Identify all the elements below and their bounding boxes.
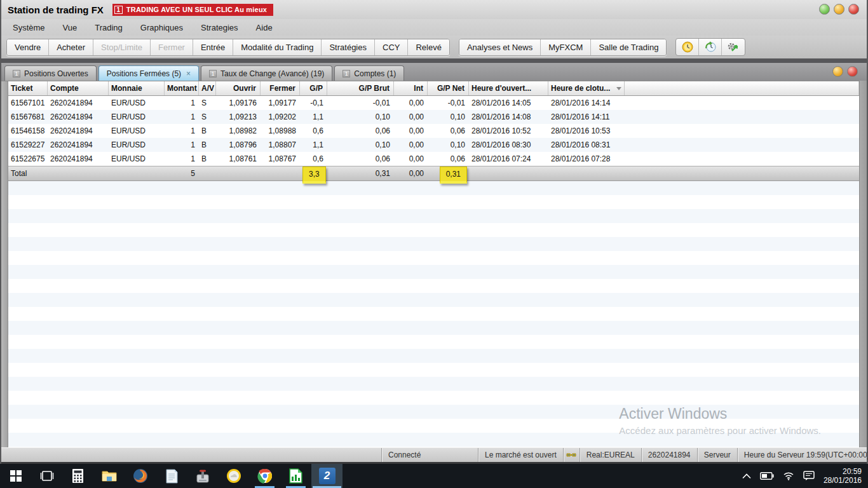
table-row[interactable]: 61567681 2620241894 EUR/USD 1 S 1,09213 … xyxy=(8,110,859,124)
panel-close-button[interactable] xyxy=(847,66,858,77)
col-int[interactable]: Int xyxy=(394,81,428,95)
start-button[interactable] xyxy=(0,464,31,488)
history-clock-icon[interactable] xyxy=(699,39,722,55)
panel-minimize-button[interactable] xyxy=(832,66,843,77)
lever-app-button[interactable] xyxy=(187,464,218,488)
server-label: Serveur xyxy=(697,448,737,462)
tab-label: Taux de Change (Avancé) (19) xyxy=(220,69,324,78)
menu-graphiques[interactable]: Graphiques xyxy=(132,20,192,35)
ccy-button[interactable]: CCY xyxy=(375,39,408,55)
notepad-icon xyxy=(165,469,178,484)
connection-status: Connecté xyxy=(381,448,478,462)
system-tray: 20:59 28/01/2016 xyxy=(742,464,868,488)
libreoffice-calc-icon xyxy=(289,468,302,484)
panel-controls xyxy=(832,66,858,77)
tray-chevron-up-icon[interactable] xyxy=(742,473,751,479)
col-monnaie[interactable]: Monnaie xyxy=(109,81,165,95)
server-time: Heure du Serveur 19:59(UTC+00:00) xyxy=(737,448,868,462)
firefox-button[interactable] xyxy=(125,464,156,488)
vendre-button[interactable]: Vendre xyxy=(7,39,49,55)
col-gp[interactable]: G/P xyxy=(300,81,327,95)
closed-positions-panel: Ticket Compte Monnaie Montant A/V Ouvrir… xyxy=(1,81,859,447)
col-gp-brut[interactable]: G/P Brut xyxy=(327,81,394,95)
tab-badge: 1 xyxy=(209,70,217,78)
table-row[interactable]: 61529227 2620241894 EUR/USD 1 B 1,08796 … xyxy=(8,138,859,152)
lever-app-icon xyxy=(196,469,210,484)
tab-positions-ouvertes[interactable]: 1 Positions Ouvertes xyxy=(4,65,97,81)
one-click-trading-banner[interactable]: 1 TRADING AVEC UN SEUL CLIC Au mieux xyxy=(112,4,273,16)
tab-comptes[interactable]: 1 Comptes (1) xyxy=(334,65,404,81)
menu-aide[interactable]: Aide xyxy=(247,20,281,35)
row-gutter xyxy=(1,81,8,447)
tab-bar: 1 Positions Ouvertes Positions Fermées (… xyxy=(1,63,867,81)
file-explorer-button[interactable] xyxy=(93,464,125,488)
clock-tools-group xyxy=(675,38,745,56)
window-maximize-button[interactable] xyxy=(819,4,830,15)
libreoffice-calc-button[interactable] xyxy=(280,464,311,488)
releve-button[interactable]: Relevé xyxy=(408,39,449,55)
calculator-button[interactable] xyxy=(62,464,93,488)
fxcm-trading-station-icon: 2 xyxy=(319,468,336,484)
menu-trading[interactable]: Trading xyxy=(86,20,132,35)
content-area: Ticket Compte Monnaie Montant A/V Ouvrir… xyxy=(1,81,867,447)
menu-strategies[interactable]: Strategies xyxy=(192,20,247,35)
notepad-button[interactable] xyxy=(156,464,187,488)
total-gp-highlight: 3,3 xyxy=(302,166,326,184)
chrome-icon xyxy=(257,468,273,484)
tab-close-icon[interactable]: × xyxy=(186,69,191,78)
modalite-trading-button[interactable]: Modalité du Trading xyxy=(233,39,322,55)
col-gp-net[interactable]: G/P Net xyxy=(428,81,469,95)
entree-button[interactable]: Entrée xyxy=(193,39,233,55)
col-montant[interactable]: Montant xyxy=(165,81,199,95)
menu-vue[interactable]: Vue xyxy=(54,20,86,35)
chrome-button[interactable] xyxy=(249,464,280,488)
tab-positions-fermees[interactable]: Positions Fermées (5) × xyxy=(98,65,199,81)
menu-systeme[interactable]: Système xyxy=(4,20,54,35)
gear-chart-icon[interactable] xyxy=(722,39,745,55)
battery-icon[interactable] xyxy=(760,472,774,480)
right-scroll-frame[interactable] xyxy=(859,81,867,447)
analyses-news-button[interactable]: Analyses et News xyxy=(459,39,541,55)
account-type: Real:EUREAL xyxy=(580,448,641,462)
window-title: Station de trading FX xyxy=(8,4,104,15)
status-bar: Connecté Le marché est ouvert Real:EUREA… xyxy=(1,447,867,462)
col-ticket[interactable]: Ticket xyxy=(8,81,48,95)
toolbar: Vendre Acheter Stop/Limite Fermer Entrée… xyxy=(1,36,867,58)
myfxcm-button[interactable]: MyFXCM xyxy=(541,39,591,55)
yellow-badge-app-button[interactable] xyxy=(218,464,249,488)
tab-taux-de-change[interactable]: 1 Taux de Change (Avancé) (19) xyxy=(201,65,332,81)
total-gp-net-highlight: 0,31 xyxy=(440,166,467,184)
window-minimize-button[interactable] xyxy=(834,4,844,15)
col-heure-cloture[interactable]: Heure de clotu... xyxy=(548,81,625,95)
window-close-button[interactable] xyxy=(848,4,859,15)
trade-button-group: Vendre Acheter Stop/Limite Fermer Entrée… xyxy=(6,39,450,56)
wifi-icon[interactable] xyxy=(783,471,794,480)
task-view-button[interactable] xyxy=(31,464,62,488)
col-ouvrir[interactable]: Ouvrir xyxy=(216,81,261,95)
menu-bar: Système Vue Trading Graphiques Strategie… xyxy=(1,19,867,36)
action-center-icon[interactable] xyxy=(803,471,815,481)
strategies-button[interactable]: Stratégies xyxy=(322,39,375,55)
market-status: Le marché est ouvert xyxy=(478,448,563,462)
banner-text: TRADING AVEC UN SEUL CLIC Au mieux xyxy=(126,6,267,13)
col-compte[interactable]: Compte xyxy=(48,81,109,95)
tab-label: Positions Fermées (5) xyxy=(107,69,181,78)
col-heure-ouverture[interactable]: Heure d'ouvert... xyxy=(469,81,548,95)
yellow-badge-app-icon xyxy=(226,468,241,484)
fxcm-trading-station-button[interactable]: 2 xyxy=(311,464,342,488)
alarm-clock-icon[interactable] xyxy=(676,39,699,55)
acheter-button[interactable]: Acheter xyxy=(49,39,93,55)
taskbar-clock[interactable]: 20:59 28/01/2016 xyxy=(824,467,862,485)
tab-badge: 1 xyxy=(342,70,350,78)
total-montant: 5 xyxy=(165,166,199,180)
table-row[interactable]: 61546158 2620241894 EUR/USD 1 B 1,08982 … xyxy=(8,124,859,138)
col-fermer[interactable]: Fermer xyxy=(261,81,300,95)
table-row[interactable]: 61567101 2620241894 EUR/USD 1 S 1,09176 … xyxy=(8,96,859,110)
table-row[interactable]: 61522675 2620241894 EUR/USD 1 B 1,08761 … xyxy=(8,152,859,166)
banner-badge: 1 xyxy=(114,6,123,14)
col-av[interactable]: A/V xyxy=(199,81,216,95)
windows-taskbar: 2 20:59 28/01/2016 xyxy=(0,464,868,488)
total-int: 0,00 xyxy=(394,166,428,180)
clock-date: 28/01/2016 xyxy=(824,476,862,485)
salle-trading-button[interactable]: Salle de Trading xyxy=(591,39,666,55)
